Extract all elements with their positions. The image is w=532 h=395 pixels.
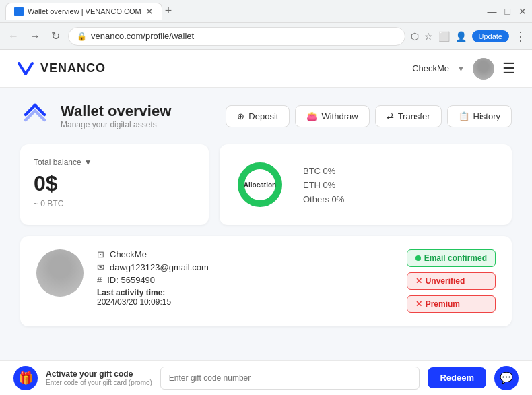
browser-tab[interactable]: Wallet overview | VENANCO.COM ✕ <box>5 3 162 20</box>
browser-addressbar: ← → ↻ 🔒 venanco.com/profile/wallet ⬡ ☆ ⬜… <box>0 23 532 50</box>
transfer-button[interactable]: ⇄ Transfer <box>375 105 442 127</box>
balance-amount: 0$ <box>34 171 195 196</box>
profile-id-icon: # <box>97 275 102 285</box>
donut-chart: Allocation <box>233 158 287 212</box>
history-icon: 📋 <box>459 111 469 121</box>
profile-badges: Email confirmed ✕ Unverified ✕ Premium <box>407 249 496 313</box>
browser-titlebar: Wallet overview | VENANCO.COM ✕ + — □ ✕ <box>0 0 532 23</box>
wallet-header: Wallet overview Manage your digital asse… <box>20 101 512 131</box>
donut-label: Allocation <box>244 181 276 189</box>
site-wrapper: VENANCO CheckMe ▼ ☰ Wallet overview Mana… <box>0 50 532 395</box>
profile-avatar <box>36 249 84 297</box>
redeem-label: Redeem <box>440 373 474 383</box>
profile-avatar-image <box>36 249 84 297</box>
update-button[interactable]: Update <box>472 30 509 42</box>
wallet-overview-icon <box>20 101 50 131</box>
wallet-title-area: Wallet overview Manage your digital asse… <box>61 102 171 129</box>
withdraw-icon: 👛 <box>306 111 317 121</box>
profile-last-activity-label: Last activity time: <box>97 288 393 297</box>
tab-close-button[interactable]: ✕ <box>145 6 154 17</box>
gift-title: Activate your gift code <box>46 369 152 379</box>
gift-subtitle: Enter code of your gift card (promo) <box>46 379 152 386</box>
address-bar[interactable]: 🔒 venanco.com/profile/wallet <box>68 27 405 46</box>
withdraw-button[interactable]: 👛 Withdraw <box>295 105 369 127</box>
balance-card: Total balance ▼ 0$ ~ 0 BTC <box>20 144 209 225</box>
logo-name: VENANCO <box>40 61 106 75</box>
redeem-button[interactable]: Redeem <box>428 367 486 388</box>
url-text: venanco.com/profile/wallet <box>91 31 194 41</box>
profile-name-row: ⊡ CheckMe <box>97 249 393 260</box>
tab-title: Wallet overview | VENANCO.COM <box>28 7 141 16</box>
action-buttons: ⊕ Deposit 👛 Withdraw ⇄ Transfer 📋 Histor… <box>226 105 512 127</box>
avatar[interactable] <box>473 58 494 80</box>
alloc-item-eth: ETH 0% <box>303 180 344 190</box>
user-name: CheckMe <box>412 63 449 73</box>
profile-user-icon: ⊡ <box>97 249 104 260</box>
email-confirmed-badge: Email confirmed <box>407 249 496 267</box>
profile-email-icon: ✉ <box>97 262 104 272</box>
badge-premium-x-icon: ✕ <box>415 299 422 309</box>
gift-text-area: Activate your gift code Enter code of yo… <box>46 369 152 386</box>
browser-controls: — □ ✕ <box>488 6 527 17</box>
deposit-icon: ⊕ <box>237 111 244 121</box>
bookmark-icon[interactable]: ☆ <box>424 31 433 42</box>
alloc-item-others: Others 0% <box>303 194 344 204</box>
gift-icon: 🎁 <box>18 371 33 386</box>
back-button[interactable]: ← <box>5 28 22 45</box>
profile-last-activity-time: 2024/03/20 10:09:15 <box>97 297 393 307</box>
history-button[interactable]: 📋 History <box>447 105 512 127</box>
balance-label: Total balance ▼ <box>34 158 195 167</box>
profile-info: ⊡ CheckMe ✉ dawg123123@gmail.com # ID: 5… <box>97 249 393 307</box>
header-right: CheckMe ▼ ☰ <box>412 58 516 80</box>
balance-btc: ~ 0 BTC <box>34 199 195 208</box>
deposit-label: Deposit <box>248 111 278 121</box>
profile-email-row: ✉ dawg123123@gmail.com <box>97 262 393 272</box>
hamburger-menu-button[interactable]: ☰ <box>502 60 516 78</box>
bottom-bar: 🎁 Activate your gift code Enter code of … <box>0 360 532 395</box>
profile-email: dawg123123@gmail.com <box>110 262 209 272</box>
logo-v-icon <box>16 59 35 78</box>
transfer-label: Transfer <box>398 111 430 121</box>
wallet-title: Wallet overview <box>61 102 171 120</box>
profile-section: ⊡ CheckMe ✉ dawg123123@gmail.com # ID: 5… <box>20 236 512 326</box>
update-label: Update <box>479 32 502 40</box>
profile-card: ⊡ CheckMe ✉ dawg123123@gmail.com # ID: 5… <box>20 236 512 326</box>
page-content: Wallet overview Manage your digital asse… <box>0 88 532 340</box>
new-tab-button[interactable]: + <box>165 4 172 18</box>
extensions-icon[interactable]: ⬜ <box>438 31 450 42</box>
deposit-button[interactable]: ⊕ Deposit <box>226 105 290 127</box>
site-header: VENANCO CheckMe ▼ ☰ <box>0 50 532 88</box>
chat-icon: 💬 <box>500 371 513 384</box>
logo-svg <box>16 59 35 78</box>
refresh-button[interactable]: ↻ <box>48 27 63 45</box>
badge-x-icon: ✕ <box>415 276 422 286</box>
avatar-image <box>473 58 494 80</box>
maximize-button[interactable]: □ <box>505 6 510 17</box>
history-label: History <box>473 111 500 121</box>
allocation-card: Allocation BTC 0% ETH 0% Others 0% <box>220 144 512 225</box>
dropdown-arrow: ▼ <box>457 65 465 73</box>
balance-label-text: Total balance <box>34 158 81 167</box>
profile-icon[interactable]: 👤 <box>455 31 467 42</box>
chat-button[interactable]: 💬 <box>494 366 519 390</box>
browser-menu-button[interactable]: ⋮ <box>514 29 527 44</box>
premium-label: Premium <box>426 299 460 309</box>
allocation-items: BTC 0% ETH 0% Others 0% <box>303 166 344 204</box>
cards-row: Total balance ▼ 0$ ~ 0 BTC Allocation BT… <box>20 144 512 225</box>
gift-code-input[interactable] <box>160 367 420 390</box>
profile-id-row: # ID: 5659490 <box>97 275 393 285</box>
wallet-icon-area <box>20 101 50 131</box>
cast-icon[interactable]: ⬡ <box>411 31 419 42</box>
close-button[interactable]: ✕ <box>519 6 527 17</box>
badge-dot-icon <box>415 255 421 261</box>
transfer-icon: ⇄ <box>387 111 394 121</box>
minimize-button[interactable]: — <box>488 6 497 17</box>
forward-button[interactable]: → <box>27 28 43 45</box>
profile-id: ID: 5659490 <box>107 275 155 285</box>
logo-area: VENANCO <box>16 59 106 78</box>
profile-name: CheckMe <box>110 249 147 260</box>
unverified-label: Unverified <box>426 276 465 286</box>
wallet-subtitle: Manage your digital assets <box>61 120 171 129</box>
withdraw-label: Withdraw <box>321 111 358 121</box>
balance-dropdown-icon: ▼ <box>84 158 92 167</box>
